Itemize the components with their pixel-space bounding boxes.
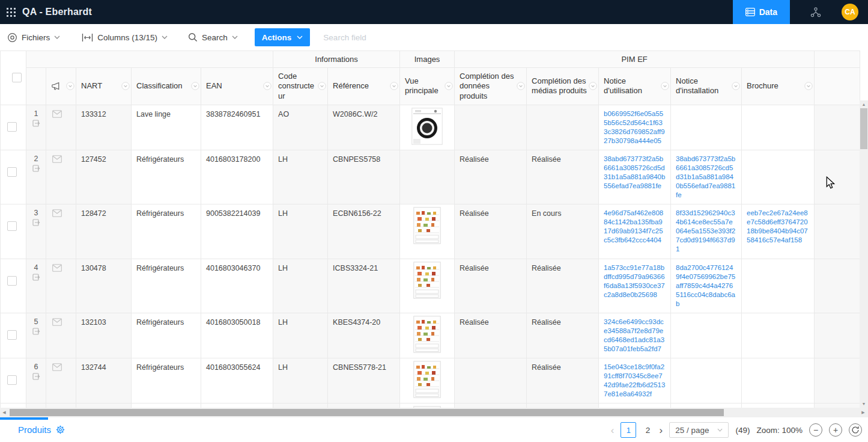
cell-code[interactable]: LH (273, 404, 328, 408)
row-checkbox[interactable] (7, 375, 17, 385)
zoom-out-button[interactable]: − (809, 423, 822, 437)
cell-classification[interactable]: Lave linge (132, 105, 201, 150)
cell-code[interactable]: LH (273, 259, 328, 313)
mail-icon[interactable] (52, 264, 76, 272)
vertical-scroll-thumb[interactable] (860, 108, 867, 149)
cell-nart[interactable]: 133312 (76, 105, 132, 150)
cell-reference[interactable]: CBNPES5758 (328, 150, 400, 204)
select-all-checkbox[interactable] (12, 73, 22, 82)
row-checkbox[interactable] (7, 276, 17, 286)
cell-ean[interactable]: 4016803055624 (201, 358, 273, 404)
cell-notice_install[interactable]: 8da2700c47761249f4e07569962be75aff7859c4… (671, 259, 742, 313)
filter-chevron-icon[interactable] (732, 82, 740, 90)
cell-brochure[interactable] (742, 105, 815, 150)
document-link[interactable]: 15e043ce18c9f0fa291cff8f70345c8ee742d9fa… (604, 363, 666, 399)
cell-reference[interactable]: KBES4374-20 (328, 313, 400, 358)
cell-media_completion[interactable]: Réalisée (527, 313, 599, 358)
cell-code[interactable]: AO (273, 105, 328, 150)
filter-chevron-icon[interactable] (66, 82, 74, 90)
mail-icon[interactable] (52, 110, 76, 118)
filter-chevron-icon[interactable] (191, 82, 199, 90)
expand-row-icon[interactable] (32, 274, 40, 281)
cell-reference[interactable]: W2086C.W/2 (328, 105, 400, 150)
cell-ean[interactable]: 4016803050018 (201, 313, 273, 358)
document-link[interactable]: eeb7ec2e67a24ee8e7c58d6eff376472018b9be8… (747, 209, 809, 245)
cell-image[interactable] (400, 150, 455, 204)
cell-notice_use[interactable]: 324c6e6499cc93dce34588a7f2e8d79ecd6468ed… (599, 313, 671, 358)
cell-reference[interactable]: CBNES5778-21 (328, 358, 400, 404)
cell-data_completion[interactable]: Réalisée (455, 204, 527, 259)
cell-data_completion[interactable]: Réalisée (455, 150, 527, 204)
gear-icon[interactable] (56, 425, 65, 434)
horizontal-scroll-thumb[interactable] (10, 409, 724, 416)
cell-data_completion[interactable] (455, 404, 527, 408)
cell-reference[interactable]: ICBS3324-21 (328, 259, 400, 313)
cell-notice_install[interactable] (671, 358, 742, 404)
cell-brochure[interactable] (742, 259, 815, 313)
cell-ean[interactable]: 4016803062851 (201, 404, 273, 408)
cell-image[interactable] (400, 313, 455, 358)
document-link[interactable]: 8da2700c47761249f4e07569962be75aff7859c4… (676, 263, 736, 308)
expand-row-icon[interactable] (32, 328, 40, 335)
cell-brochure[interactable] (742, 358, 815, 404)
zoom-in-button[interactable]: + (829, 423, 842, 437)
document-link[interactable]: 1a573cc91e77a18bdffcd995d79a96366f6da8a1… (604, 263, 666, 299)
cell-nart[interactable]: 128472 (76, 204, 132, 259)
tab-produits[interactable]: Produits (18, 425, 65, 435)
cell-notice_use[interactable]: 69cf7019a9d0c3c1269de21eccb0b0b96a089da9… (599, 404, 671, 408)
cell-nart[interactable]: 127452 (76, 150, 132, 204)
scroll-right-icon[interactable]: ▶ (859, 408, 867, 417)
page-button-2[interactable]: 2 (643, 426, 652, 435)
cell-reference[interactable]: CU281-21 (328, 404, 400, 408)
expand-row-icon[interactable] (32, 120, 40, 127)
filter-chevron-icon[interactable] (390, 82, 398, 90)
scroll-down-icon[interactable]: ▼ (860, 400, 868, 408)
cell-notice_install[interactable]: 8f33d152962940c34b614ce8ec55a7e064e5a155… (671, 204, 742, 259)
cell-media_completion[interactable]: En cours (527, 204, 599, 259)
cell-data_completion[interactable] (455, 105, 527, 150)
cell-nart[interactable]: 132744 (76, 358, 132, 404)
document-link[interactable]: 38abd673773f2a5b6661a3085726cd5d31b1a5a8… (676, 155, 736, 200)
cell-media_completion[interactable]: Réalisée (527, 150, 599, 204)
cell-ean[interactable]: 3838782460951 (201, 105, 273, 150)
cell-notice_install[interactable]: 38abd673773f2a5b6661a3085726cd5d31b1a5a8… (671, 150, 742, 204)
cell-classification[interactable]: Réfrigérateurs (132, 259, 201, 313)
cell-media_completion[interactable] (527, 105, 599, 150)
page-size-select[interactable]: 25 / page (669, 422, 729, 438)
cell-brochure[interactable] (742, 150, 815, 204)
filter-chevron-icon[interactable] (263, 82, 272, 90)
cell-notice_install[interactable] (671, 105, 742, 150)
expand-row-icon[interactable] (32, 165, 40, 172)
network-icon[interactable] (810, 7, 821, 17)
cell-brochure[interactable]: eeb7ec2e67a24ee8e7c58d6eff376472018b9be8… (742, 204, 815, 259)
row-checkbox[interactable] (7, 167, 17, 177)
filter-chevron-icon[interactable] (661, 82, 669, 90)
cell-media_completion[interactable]: Réalisée (527, 358, 599, 404)
mail-icon[interactable] (52, 363, 76, 371)
cell-ean[interactable]: 4016803178200 (201, 150, 273, 204)
cell-notice_install[interactable] (671, 404, 742, 408)
cell-ean[interactable]: 9005382214039 (201, 204, 273, 259)
cell-classification[interactable]: Réfrigérateurs (132, 150, 201, 204)
filter-chevron-icon[interactable] (121, 82, 130, 90)
cell-data_completion[interactable] (455, 358, 527, 404)
cell-classification[interactable]: Réfrigérateurs (132, 204, 201, 259)
scroll-left-icon[interactable]: ◀ (0, 408, 8, 417)
cell-media_completion[interactable]: Réalisée (527, 404, 599, 408)
mail-icon[interactable] (52, 209, 76, 217)
cell-reference[interactable]: ECBN6156-22 (328, 204, 400, 259)
filter-chevron-icon[interactable] (318, 82, 326, 90)
cell-notice_install[interactable] (671, 313, 742, 358)
cell-image[interactable] (400, 404, 455, 408)
cell-nart[interactable]: 132951 (76, 404, 132, 408)
filter-chevron-icon[interactable] (517, 82, 525, 90)
cell-notice_use[interactable]: 38abd673773f2a5b6661a3085726cd5d31b1a5a8… (599, 150, 671, 204)
cell-notice_use[interactable]: 4e96d75af462e80884c1142ba135fba917d69ab9… (599, 204, 671, 259)
cell-image[interactable] (400, 204, 455, 259)
cell-brochure[interactable] (742, 313, 815, 358)
cell-notice_use[interactable]: 15e043ce18c9f0fa291cff8f70345c8ee742d9fa… (599, 358, 671, 404)
search-field-input[interactable] (323, 33, 461, 42)
cell-nart[interactable]: 132103 (76, 313, 132, 358)
refresh-button[interactable] (849, 423, 862, 437)
cell-nart[interactable]: 130478 (76, 259, 132, 313)
